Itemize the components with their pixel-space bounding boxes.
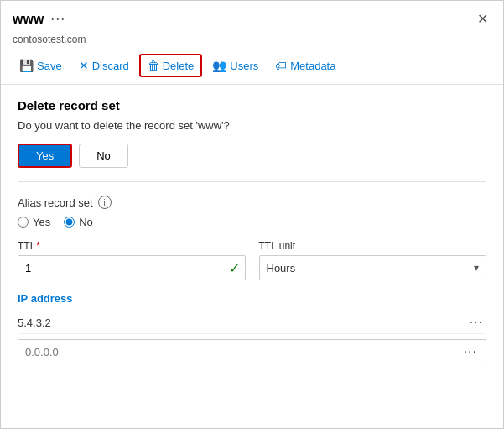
ttl-unit-label: TTL unit (259, 240, 487, 252)
confirm-yes-button[interactable]: Yes (18, 144, 72, 168)
discard-icon: ✕ (79, 59, 89, 72)
window-subtitle: contosotest.com (1, 34, 503, 50)
alias-no-label: No (79, 216, 93, 228)
ttl-unit-select[interactable]: Hours ▾ (259, 255, 487, 280)
title-bar-left: www ··· (13, 10, 65, 28)
ip-existing-options-button[interactable]: ··· (466, 315, 486, 330)
alias-record-section: Alias record set i Yes No (18, 196, 486, 228)
alias-no-option[interactable]: No (64, 216, 93, 228)
main-window: www ··· ✕ contosotest.com 💾 Save ✕ Disca… (0, 0, 504, 429)
metadata-icon: 🏷 (275, 59, 287, 72)
metadata-button[interactable]: 🏷 Metadata (268, 55, 342, 76)
ttl-required-star: * (36, 240, 40, 252)
ttl-check-icon: ✓ (229, 260, 245, 276)
ttl-unit-chevron-icon: ▾ (474, 262, 479, 274)
title-bar: www ··· ✕ (1, 1, 503, 34)
users-icon: 👥 (212, 59, 226, 72)
discard-button[interactable]: ✕ Discard (72, 55, 136, 76)
ttl-input[interactable] (18, 256, 229, 280)
title-more-options[interactable]: ··· (50, 10, 65, 28)
delete-label: Delete (163, 60, 195, 72)
ttl-unit-col: TTL unit Hours ▾ (259, 240, 487, 280)
alias-yes-radio[interactable] (18, 217, 29, 228)
save-button[interactable]: 💾 Save (13, 55, 69, 76)
delete-buttons: Yes No (18, 144, 486, 168)
ip-new-input-wrapper: ··· (18, 339, 486, 364)
alias-yes-label: Yes (33, 216, 50, 228)
toolbar: 💾 Save ✕ Discard 🗑 Delete 👥 Users 🏷 Meta… (1, 50, 503, 85)
ip-existing-row: 5.4.3.2 ··· (18, 311, 486, 334)
save-label: Save (37, 60, 62, 72)
content-area: Delete record set Do you want to delete … (1, 85, 503, 428)
ttl-col: TTL* ✓ (18, 240, 246, 280)
ip-address-section: IP address 5.4.3.2 ··· ··· (18, 292, 486, 364)
ip-new-options-button[interactable]: ··· (460, 344, 481, 359)
users-button[interactable]: 👥 Users (205, 55, 265, 76)
window-title: www (13, 12, 44, 27)
discard-label: Discard (92, 60, 129, 72)
close-button[interactable]: ✕ (474, 9, 491, 29)
metadata-label: Metadata (290, 60, 335, 72)
save-icon: 💾 (19, 59, 34, 72)
ip-new-input[interactable] (18, 340, 460, 364)
alias-label: Alias record set i (18, 196, 486, 209)
delete-question: Do you want to delete the record set 'ww… (18, 119, 486, 132)
delete-section: Delete record set Do you want to delete … (18, 98, 486, 182)
alias-info-icon[interactable]: i (98, 196, 112, 209)
users-label: Users (230, 60, 258, 72)
confirm-no-button[interactable]: No (79, 144, 128, 168)
alias-label-text: Alias record set (18, 196, 93, 209)
ttl-unit-value: Hours (267, 262, 296, 275)
ttl-row: TTL* ✓ TTL unit Hours ▾ (18, 240, 486, 280)
ttl-input-wrapper: ✓ (18, 255, 246, 280)
ttl-label: TTL* (18, 240, 246, 252)
alias-yes-option[interactable]: Yes (18, 216, 50, 228)
delete-section-title: Delete record set (18, 98, 486, 112)
alias-radio-group: Yes No (18, 216, 486, 228)
alias-no-radio[interactable] (64, 217, 75, 228)
delete-button[interactable]: 🗑 Delete (139, 54, 203, 77)
ip-section-title: IP address (18, 292, 486, 305)
delete-icon: 🗑 (148, 59, 159, 72)
ip-existing-value: 5.4.3.2 (18, 317, 51, 329)
